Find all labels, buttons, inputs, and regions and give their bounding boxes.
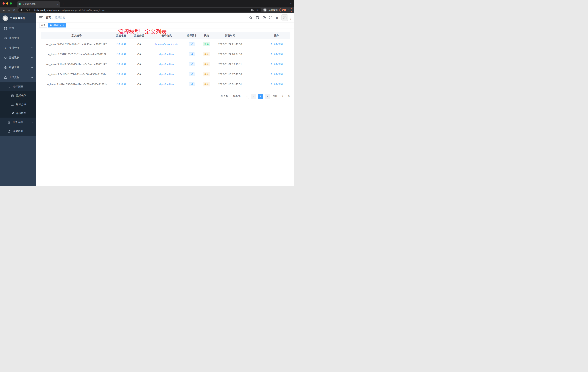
user-avatar[interactable]	[282, 14, 288, 21]
sidebar-item-system[interactable]: 系统管理	[0, 33, 36, 43]
page-size-select[interactable]: 10条/页 ▾	[231, 94, 249, 99]
tag-close-icon[interactable]: ×	[63, 24, 64, 26]
goto-page-input[interactable]	[279, 94, 286, 99]
definition-category: OA	[130, 83, 148, 86]
reload-button[interactable]: ⟳	[13, 8, 16, 12]
form-link[interactable]: /bpm/oa/flow	[159, 53, 174, 56]
browser-menu-icon[interactable]: ⋮	[288, 9, 290, 11]
user-icon	[270, 73, 273, 76]
new-tab-button[interactable]: +	[62, 2, 64, 6]
select-caret-icon: ▾	[246, 95, 247, 98]
sidebar-item-workflow[interactable]: 工作流程	[0, 72, 36, 82]
column-header-version: 流程版本	[185, 34, 199, 37]
form-link[interactable]: /bpm/oa/flow	[159, 73, 174, 76]
help-icon[interactable]: ?	[262, 16, 266, 20]
pagination: 共 5 条 10条/页 ▾ ‹ 1 › 前往 页	[41, 94, 290, 99]
svg-text:?: ?	[264, 17, 265, 19]
security-label: 不安全	[24, 9, 31, 12]
definition-category: OA	[130, 43, 148, 46]
update-label: 更新	[282, 8, 286, 12]
monitor-icon	[4, 56, 7, 59]
form-link[interactable]: /bpm/oa/leave/create	[155, 43, 178, 46]
definition-category: OA	[130, 63, 148, 66]
form-icon	[11, 94, 14, 97]
assign-rule-button[interactable]: 分配规则	[270, 53, 283, 56]
definition-name-link[interactable]: OA 请假	[116, 63, 126, 66]
deploy-time: 2022-01-22 20:34:10	[214, 53, 246, 56]
window-zoom-button[interactable]	[10, 2, 12, 5]
sidebar-item-label: 用户分组	[16, 103, 33, 106]
status-badge: 挂起	[203, 82, 210, 87]
process-management-submenu: 流程表单 用户分组 流程模型	[0, 91, 36, 118]
window-close-button[interactable]	[2, 2, 5, 5]
briefcase-icon	[4, 76, 7, 79]
browser-tab-strip: 芋道管理系统 × + ▾	[0, 0, 294, 7]
definition-name-link[interactable]: OA 请假	[116, 73, 126, 76]
sidebar-item-process-management[interactable]: 流程管理	[0, 82, 36, 91]
chevron-down-icon	[31, 56, 33, 59]
assign-rule-button[interactable]: 分配规则	[270, 73, 283, 76]
tag-home[interactable]: 首页	[39, 23, 47, 27]
browser-update-button[interactable]: 更新 ⋮	[279, 8, 292, 12]
deploy-time: 2022-01-22 21:48:38	[214, 43, 246, 46]
table-row: oa_leave:3:1fad3d93-7b75-11ec-a3c8-acde4…	[41, 59, 290, 69]
sidebar-item-process-form[interactable]: 流程表单	[0, 91, 36, 100]
column-header-name: 定义名称	[112, 34, 130, 37]
form-link[interactable]: /bpm/oa/flow	[159, 83, 174, 86]
definition-name-link[interactable]: OA 请假	[116, 83, 126, 86]
password-key-icon[interactable]	[251, 8, 254, 12]
active-tag-dot	[50, 24, 52, 26]
sidebar-item-task-management[interactable]: 任务管理	[0, 118, 36, 127]
sidebar-item-devtools[interactable]: 研发工具	[0, 63, 36, 72]
github-icon[interactable]	[256, 16, 259, 20]
definition-id: oa_leave:4:991f2193-7b7f-11ec-a3c8-acde4…	[41, 53, 112, 56]
sidebar-item-label: 流程模型	[16, 111, 33, 115]
column-header-category: 定义分类	[130, 34, 148, 37]
gear-icon	[4, 37, 7, 40]
definition-name-link[interactable]: OA 请假	[116, 53, 126, 55]
assign-rule-button[interactable]: 分配规则	[270, 43, 283, 46]
address-bar[interactable]: 不安全 dashboard.yudao.iocoder.cn/bpm/manag…	[18, 8, 261, 12]
navbar-actions: ? tT ▾	[249, 14, 291, 21]
sidebar-item-leave-query[interactable]: 请假查询	[0, 127, 36, 136]
search-icon[interactable]	[249, 16, 252, 20]
table-row: oa_leave:5:004b710b-7b8a-11ec-8ef0-acde4…	[41, 39, 290, 49]
prev-page-button[interactable]: ‹	[251, 94, 256, 99]
sidebar-item-user-group[interactable]: 用户分组	[0, 100, 36, 109]
sidebar-item-payment[interactable]: ¥ 支付管理	[0, 43, 36, 53]
pagination-total: 共 5 条	[221, 95, 228, 98]
sidebar-item-label: 任务管理	[13, 120, 28, 124]
browser-toolbar: ← → ⟳ 不安全 dashboard.yudao.iocoder.cn/bpm…	[0, 7, 294, 13]
chevron-up-icon	[31, 76, 33, 79]
assign-rule-button[interactable]: 分配规则	[270, 83, 283, 86]
forward-button[interactable]: →	[7, 8, 11, 12]
window-minimize-button[interactable]	[6, 2, 8, 5]
breadcrumb-home[interactable]: 首页	[46, 16, 51, 19]
bookmark-star-icon[interactable]: ☆	[257, 9, 259, 11]
tab-close-icon[interactable]: ×	[57, 3, 58, 6]
sidebar-item-home[interactable]: 首页	[0, 23, 36, 33]
sidebar-toggle-icon[interactable]	[39, 16, 43, 19]
form-link[interactable]: /bpm/oa/flow	[159, 63, 174, 66]
tab-favicon-icon	[19, 3, 21, 5]
omnibox-divider	[32, 9, 32, 11]
avatar-dropdown-caret-icon[interactable]: ▾	[290, 18, 291, 21]
tag-current[interactable]: 流程定义 ×	[48, 23, 66, 27]
definition-name-link[interactable]: OA 请假	[116, 43, 126, 45]
url-path: /bpm/manager/definition?key=oa_leave	[63, 9, 105, 11]
sidebar-item-label: 请假查询	[13, 130, 33, 133]
back-button[interactable]: ←	[2, 8, 5, 12]
user-icon	[8, 130, 10, 133]
sidebar-logo[interactable]: 芋道管理系统	[0, 13, 36, 23]
screen: 芋道管理系统 × + ▾ ← → ⟳ 不安全 dashboard.yudao.i…	[0, 0, 294, 186]
next-page-button[interactable]: ›	[265, 94, 270, 99]
assign-rule-button[interactable]: 分配规则	[270, 63, 283, 66]
fullscreen-icon[interactable]	[269, 16, 273, 20]
page-number-1[interactable]: 1	[258, 94, 263, 99]
font-size-icon[interactable]: tT	[276, 16, 278, 19]
sidebar-item-infrastructure[interactable]: 基础设施	[0, 53, 36, 63]
deploy-time: 2022-01-16 17:46:53	[214, 73, 246, 76]
tab-search-chevron-icon[interactable]: ▾	[290, 2, 292, 5]
sidebar-item-process-model[interactable]: 流程模型	[0, 109, 36, 118]
browser-tab[interactable]: 芋道管理系统 ×	[17, 1, 60, 7]
